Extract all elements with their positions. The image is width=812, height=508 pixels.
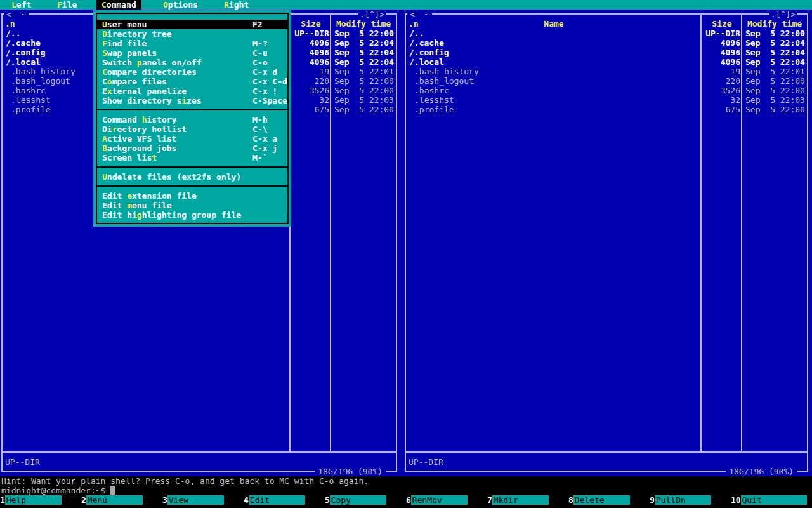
menubar-item-options[interactable]: Options	[158, 0, 203, 10]
command-line[interactable]: midnight@commander:~$	[1, 486, 115, 495]
menu-item-background-jobs[interactable]: Background jobsC-x j	[97, 144, 287, 153]
fkey-help[interactable]: 1Help	[0, 495, 81, 505]
menu-item-swap-panels[interactable]: Swap panelsC-u	[97, 48, 287, 58]
fkey-number: 5	[325, 495, 330, 505]
menu-item-directory-hotlist[interactable]: Directory hotlistC-\	[97, 124, 287, 134]
file-modify-time: Sep 5 22:04	[742, 48, 807, 57]
file-row-profile[interactable]: .profile675Sep 5 22:00	[406, 105, 807, 114]
menu-item-command-history[interactable]: Command historyM-h	[97, 115, 287, 124]
menu-item-edit-highlighting-group-file[interactable]: Edit highlighting group file	[97, 210, 287, 220]
menu-item-user-menu[interactable]: User menuF2	[97, 20, 287, 29]
column-header-name-label: Name	[544, 19, 563, 29]
menu-item-label: Active VFS list	[102, 134, 252, 144]
menubar-item-right[interactable]: Right	[219, 0, 254, 10]
fkey-mkdir[interactable]: 7Mkdir	[487, 495, 568, 505]
hotkey-letter: o	[107, 77, 112, 86]
hint-line: Hint: Want your plain shell? Press C-o, …	[1, 476, 369, 486]
hotkey-letter: m	[127, 201, 132, 210]
hotkey-letter: C	[102, 0, 107, 10]
file-row-lesshst[interactable]: .lesshst32Sep 5 22:03	[406, 95, 807, 105]
hotkey-letter: C	[102, 67, 107, 77]
file-row-bash-logout[interactable]: .bash_logout220Sep 5 22:00	[406, 76, 807, 86]
column-header-modify[interactable]: Modify time	[742, 19, 807, 29]
column-header-size[interactable]: Size	[291, 19, 331, 29]
column-header-modify[interactable]: Modify time	[331, 19, 396, 29]
file-row-bash-history[interactable]: .bash_history19Sep 5 22:01	[406, 67, 807, 76]
hotkey-letter: B	[102, 144, 107, 153]
menubar-item-left[interactable]: Left	[6, 0, 36, 10]
fkey-label: Edit	[249, 495, 305, 505]
file-modify-time: Sep 5 22:04	[742, 57, 807, 67]
file-size: 3526	[291, 86, 331, 95]
file-modify-time: Sep 5 22:00	[742, 105, 807, 114]
fkey-view[interactable]: 3View	[162, 495, 244, 505]
menu-item-label: Directory tree	[102, 29, 252, 39]
file-size: 4096	[291, 48, 331, 57]
menu-item-shortcut: C-x a	[252, 134, 287, 144]
hotkey-letter: i	[181, 96, 187, 105]
file-modify-time: Sep 5 22:00	[742, 86, 807, 95]
fkey-edit[interactable]: 4Edit	[244, 495, 325, 505]
frame-line-right	[807, 13, 808, 472]
fkey-menu[interactable]: 2Menu	[81, 495, 162, 505]
hotkey-letter: x	[107, 86, 112, 96]
panel-path[interactable]: <- ~	[407, 10, 432, 19]
menu-item-edit-menu-file[interactable]: Edit menu file	[97, 201, 287, 210]
menubar-item-file[interactable]: File	[52, 0, 82, 10]
fkey-label: Help	[5, 495, 62, 505]
panel-scroll-marker[interactable]: .[^]>	[769, 10, 797, 19]
menu-item-screen-list[interactable]: Screen listM-`	[97, 153, 287, 163]
panel-scroll-marker[interactable]: .[^]>	[358, 10, 386, 19]
menu-item-switch-panels-on-off[interactable]: Switch panels on/offC-o	[97, 58, 287, 67]
file-row-[interactable]: /..UP--DIRSep 5 22:00	[406, 29, 807, 38]
fkey-delete[interactable]: 8Delete	[568, 495, 650, 505]
fkey-number: 1	[0, 495, 5, 505]
mini-status: UP--DIR	[5, 457, 40, 467]
file-modify-time: Sep 5 22:01	[742, 67, 807, 76]
menu-item-undelete-files-ext2fs-only[interactable]: Undelete files (ext2fs only)	[97, 172, 287, 182]
column-header-name[interactable]: .n Name	[406, 19, 702, 29]
menu-item-shortcut	[252, 172, 287, 182]
menu-item-label: Switch panels on/off	[102, 58, 252, 67]
menu-item-shortcut	[252, 191, 287, 201]
menu-item-active-vfs-list[interactable]: Active VFS listC-x a	[97, 134, 287, 144]
file-modify-time: Sep 5 22:01	[331, 67, 396, 76]
file-name: /..	[406, 29, 702, 38]
menu-item-label: Edit menu file	[102, 201, 252, 210]
disk-usage: 18G/19G (90%)	[726, 467, 797, 476]
menubar-item-command[interactable]: Command	[96, 0, 141, 10]
fkey-quit[interactable]: 10Quit	[731, 495, 812, 505]
menu-item-directory-tree[interactable]: Directory tree	[97, 29, 287, 39]
file-size: 19	[702, 67, 742, 76]
hotkey-letter: F	[102, 39, 107, 48]
menu-item-external-panelize[interactable]: External panelizeC-x !	[97, 86, 287, 96]
fkey-number: 3	[162, 495, 167, 505]
menu-item-show-directory-sizes[interactable]: Show directory sizesC-Space	[97, 96, 287, 105]
frame-line-right	[396, 13, 397, 472]
file-size: 220	[702, 76, 742, 86]
menu-item-label: Swap panels	[102, 48, 252, 58]
panel-path[interactable]: <- ~	[4, 10, 29, 19]
fkey-label: RenMov	[411, 495, 468, 505]
menu-item-compare-directories[interactable]: Compare directoriesC-x d	[97, 67, 287, 77]
hotkey-letter: S	[102, 48, 107, 58]
menu-item-compare-files[interactable]: Compare filesC-x C-d	[97, 77, 287, 86]
file-modify-time: Sep 5 22:00	[331, 76, 396, 86]
menu-item-find-file[interactable]: Find fileM-?	[97, 39, 287, 48]
menu-item-shortcut: M-`	[252, 153, 287, 163]
fkey-renmov[interactable]: 6RenMov	[406, 495, 487, 505]
fkey-copy[interactable]: 5Copy	[325, 495, 406, 505]
file-row-config[interactable]: /.config4096Sep 5 22:04	[406, 48, 807, 57]
fkey-number: 9	[650, 495, 655, 505]
file-size: 220	[291, 76, 331, 86]
command-menu-dropdown: User menuF2Directory treeFind fileM-?Swa…	[93, 10, 291, 227]
file-size: 4096	[291, 38, 331, 48]
file-row-cache[interactable]: /.cache4096Sep 5 22:04	[406, 38, 807, 48]
column-header-size[interactable]: Size	[702, 19, 742, 29]
file-row-bashrc[interactable]: .bashrc3526Sep 5 22:00	[406, 86, 807, 95]
file-row-local[interactable]: /.local4096Sep 5 22:04	[406, 57, 807, 67]
fkey-pulldn[interactable]: 9PullDn	[650, 495, 731, 505]
menu-item-edit-extension-file[interactable]: Edit extension file	[97, 191, 287, 201]
menu-item-shortcut	[252, 201, 287, 210]
file-name: /.cache	[406, 38, 702, 48]
